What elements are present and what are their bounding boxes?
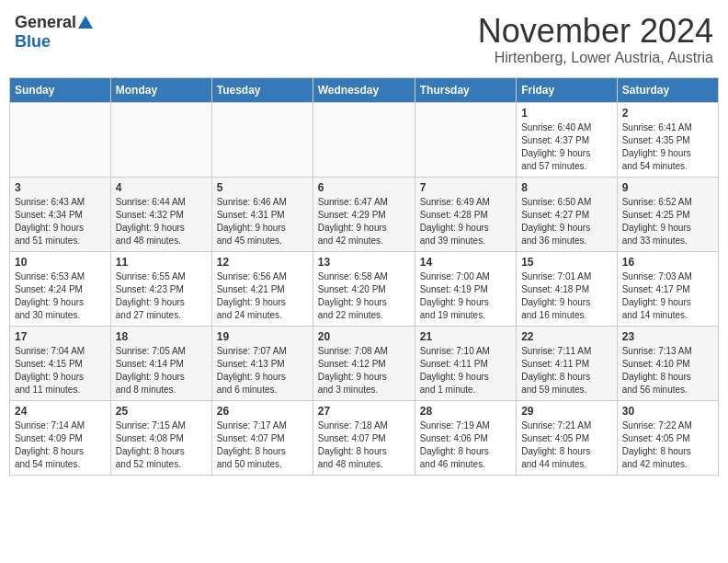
weekday-header: Friday [517,77,618,102]
day-info: Sunrise: 6:47 AM Sunset: 4:29 PM Dayligh… [318,196,410,247]
day-info: Sunrise: 7:11 AM Sunset: 4:11 PM Dayligh… [521,345,612,396]
weekday-header: Sunday [10,77,111,102]
calendar-cell: 24Sunrise: 7:14 AM Sunset: 4:09 PM Dayli… [10,400,111,475]
calendar-cell: 10Sunrise: 6:53 AM Sunset: 4:24 PM Dayli… [10,251,111,326]
day-number: 20 [318,330,410,343]
day-info: Sunrise: 7:10 AM Sunset: 4:11 PM Dayligh… [420,345,511,396]
calendar-cell [415,102,516,177]
day-info: Sunrise: 6:58 AM Sunset: 4:20 PM Dayligh… [318,270,410,322]
day-number: 17 [15,330,106,343]
day-number: 23 [622,330,713,343]
calendar-week-row: 24Sunrise: 7:14 AM Sunset: 4:09 PM Dayli… [10,400,719,475]
day-info: Sunrise: 7:13 AM Sunset: 4:10 PM Dayligh… [622,345,713,396]
day-number: 4 [116,181,207,194]
day-info: Sunrise: 7:03 AM Sunset: 4:17 PM Dayligh… [622,270,713,322]
day-number: 8 [521,181,612,194]
weekday-header: Tuesday [211,77,313,102]
day-number: 21 [420,330,511,343]
calendar-cell: 30Sunrise: 7:22 AM Sunset: 4:05 PM Dayli… [617,400,718,475]
title-section: November 2024 Hirtenberg, Lower Austria,… [478,13,713,66]
day-info: Sunrise: 7:15 AM Sunset: 4:08 PM Dayligh… [116,419,207,471]
calendar-cell: 7Sunrise: 6:49 AM Sunset: 4:28 PM Daylig… [415,177,516,251]
day-info: Sunrise: 6:43 AM Sunset: 4:34 PM Dayligh… [15,196,106,247]
calendar-cell [10,102,111,177]
month-title: November 2024 [478,13,713,50]
calendar-week-row: 1Sunrise: 6:40 AM Sunset: 4:37 PM Daylig… [10,102,719,177]
calendar-cell: 29Sunrise: 7:21 AM Sunset: 4:05 PM Dayli… [517,400,618,475]
day-info: Sunrise: 6:46 AM Sunset: 4:31 PM Dayligh… [217,196,308,247]
day-number: 16 [622,256,713,269]
day-info: Sunrise: 6:55 AM Sunset: 4:23 PM Dayligh… [116,270,207,322]
calendar-cell: 13Sunrise: 6:58 AM Sunset: 4:20 PM Dayli… [313,251,415,326]
day-info: Sunrise: 6:40 AM Sunset: 4:37 PM Dayligh… [521,121,612,173]
calendar-cell: 15Sunrise: 7:01 AM Sunset: 4:18 PM Dayli… [517,251,618,326]
calendar-cell: 25Sunrise: 7:15 AM Sunset: 4:08 PM Dayli… [110,400,211,475]
calendar-cell: 19Sunrise: 7:07 AM Sunset: 4:13 PM Dayli… [211,326,313,400]
weekday-header: Saturday [617,77,718,102]
day-info: Sunrise: 6:56 AM Sunset: 4:21 PM Dayligh… [217,270,308,322]
day-info: Sunrise: 6:49 AM Sunset: 4:28 PM Dayligh… [420,196,511,247]
day-number: 9 [622,181,713,194]
calendar-cell: 8Sunrise: 6:50 AM Sunset: 4:27 PM Daylig… [517,177,618,251]
calendar-cell: 1Sunrise: 6:40 AM Sunset: 4:37 PM Daylig… [517,102,618,177]
day-number: 6 [318,181,410,194]
day-number: 27 [318,405,410,418]
day-number: 14 [420,256,511,269]
calendar-week-row: 17Sunrise: 7:04 AM Sunset: 4:15 PM Dayli… [10,326,719,400]
day-number: 5 [217,181,308,194]
calendar-cell: 2Sunrise: 6:41 AM Sunset: 4:35 PM Daylig… [617,102,718,177]
day-number: 24 [15,405,106,418]
day-number: 13 [318,256,410,269]
page-header: General Blue November 2024 Hirtenberg, L… [9,9,719,70]
day-number: 10 [15,256,106,269]
calendar-cell [211,102,313,177]
logo-blue-text: Blue [15,32,51,52]
weekday-header: Monday [110,77,211,102]
calendar-cell: 17Sunrise: 7:04 AM Sunset: 4:15 PM Dayli… [10,326,111,400]
day-info: Sunrise: 6:52 AM Sunset: 4:25 PM Dayligh… [622,196,713,247]
day-number: 29 [521,405,612,418]
day-info: Sunrise: 6:41 AM Sunset: 4:35 PM Dayligh… [622,121,713,173]
day-info: Sunrise: 6:44 AM Sunset: 4:32 PM Dayligh… [116,196,207,247]
calendar-cell: 5Sunrise: 6:46 AM Sunset: 4:31 PM Daylig… [211,177,313,251]
calendar-table: SundayMondayTuesdayWednesdayThursdayFrid… [9,77,719,476]
day-number: 30 [622,405,713,418]
day-number: 25 [116,405,207,418]
day-number: 26 [217,405,308,418]
day-number: 18 [116,330,207,343]
calendar-cell: 11Sunrise: 6:55 AM Sunset: 4:23 PM Dayli… [110,251,211,326]
day-info: Sunrise: 7:17 AM Sunset: 4:07 PM Dayligh… [217,419,308,471]
calendar-cell: 4Sunrise: 6:44 AM Sunset: 4:32 PM Daylig… [110,177,211,251]
calendar-cell: 21Sunrise: 7:10 AM Sunset: 4:11 PM Dayli… [415,326,516,400]
day-info: Sunrise: 7:18 AM Sunset: 4:07 PM Dayligh… [318,419,410,471]
calendar-cell: 23Sunrise: 7:13 AM Sunset: 4:10 PM Dayli… [617,326,718,400]
day-info: Sunrise: 7:19 AM Sunset: 4:06 PM Dayligh… [420,419,511,471]
day-info: Sunrise: 7:07 AM Sunset: 4:13 PM Dayligh… [217,345,308,396]
day-number: 1 [521,107,612,120]
calendar-cell: 27Sunrise: 7:18 AM Sunset: 4:07 PM Dayli… [313,400,415,475]
day-info: Sunrise: 7:05 AM Sunset: 4:14 PM Dayligh… [116,345,207,396]
day-number: 28 [420,405,511,418]
calendar-header-row: SundayMondayTuesdayWednesdayThursdayFrid… [10,77,719,102]
day-info: Sunrise: 7:14 AM Sunset: 4:09 PM Dayligh… [15,419,106,471]
day-info: Sunrise: 7:00 AM Sunset: 4:19 PM Dayligh… [420,270,511,322]
weekday-header: Thursday [415,77,516,102]
calendar-cell: 12Sunrise: 6:56 AM Sunset: 4:21 PM Dayli… [211,251,313,326]
calendar-week-row: 3Sunrise: 6:43 AM Sunset: 4:34 PM Daylig… [10,177,719,251]
calendar-cell: 16Sunrise: 7:03 AM Sunset: 4:17 PM Dayli… [617,251,718,326]
logo: General Blue [15,13,93,52]
day-number: 2 [622,107,713,120]
day-number: 11 [116,256,207,269]
logo-general-text: General [15,13,76,32]
day-info: Sunrise: 7:21 AM Sunset: 4:05 PM Dayligh… [521,419,612,471]
svg-marker-0 [78,16,93,29]
day-info: Sunrise: 7:01 AM Sunset: 4:18 PM Dayligh… [521,270,612,322]
calendar-cell: 9Sunrise: 6:52 AM Sunset: 4:25 PM Daylig… [617,177,718,251]
day-number: 12 [217,256,308,269]
day-info: Sunrise: 7:22 AM Sunset: 4:05 PM Dayligh… [622,419,713,471]
day-number: 7 [420,181,511,194]
calendar-cell: 28Sunrise: 7:19 AM Sunset: 4:06 PM Dayli… [415,400,516,475]
calendar-cell: 3Sunrise: 6:43 AM Sunset: 4:34 PM Daylig… [10,177,111,251]
day-info: Sunrise: 6:50 AM Sunset: 4:27 PM Dayligh… [521,196,612,247]
calendar-cell: 18Sunrise: 7:05 AM Sunset: 4:14 PM Dayli… [110,326,211,400]
